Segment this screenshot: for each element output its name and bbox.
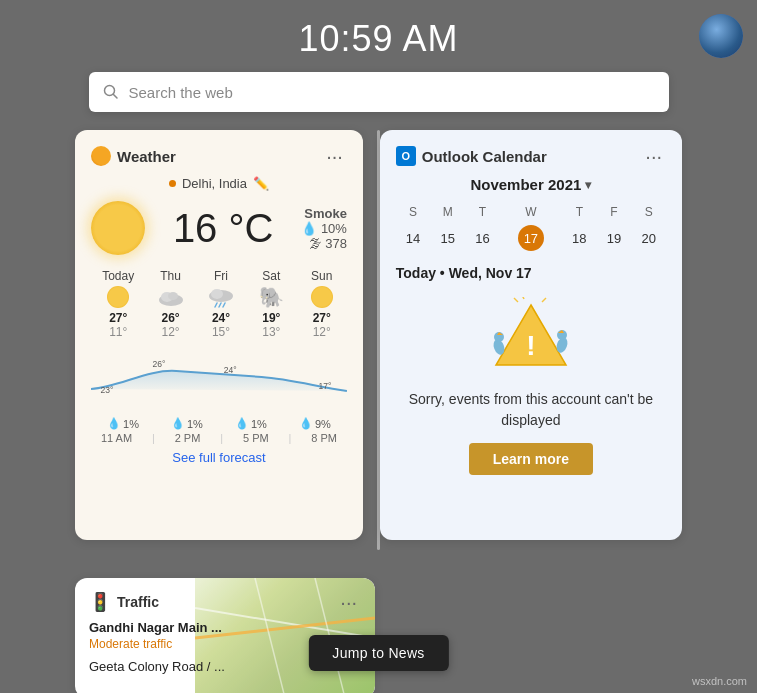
forecast-icon-0 (107, 286, 129, 308)
calendar-error-text: Sorry, events from this account can't be… (396, 389, 666, 431)
avatar[interactable] (699, 14, 743, 58)
day-label-2: Fri (214, 269, 228, 283)
search-placeholder: Search the web (129, 84, 233, 101)
svg-text:!: ! (526, 330, 535, 361)
precip-0: 1% (123, 418, 139, 430)
forecast-row: Today 27° 11° Thu 26° 1 (91, 269, 347, 339)
precip-row: 💧 1% 💧 1% 💧 1% 💧 9% (91, 417, 347, 430)
svg-text:26°: 26° (153, 359, 166, 369)
weather-card: Weather ··· Delhi, India ✏️ 16 °C Smoke … (75, 130, 363, 540)
cal-day-15[interactable]: 15 (430, 221, 465, 255)
cal-day-14[interactable]: 14 (396, 221, 431, 255)
cal-header-s2: S (631, 203, 666, 221)
cal-day-16[interactable]: 16 (465, 221, 500, 255)
traffic-light-icon: 🚦 (89, 591, 111, 613)
cal-header-w: W (500, 203, 562, 221)
svg-line-24 (542, 298, 546, 302)
location-dot-icon (169, 180, 176, 187)
svg-line-7 (215, 303, 217, 307)
weather-location: Delhi, India (182, 176, 247, 191)
cal-header-t1: T (465, 203, 500, 221)
traffic-road1: Gandhi Nagar Main ... (89, 620, 361, 635)
traffic-more-button[interactable]: ··· (336, 590, 361, 614)
cal-day-17[interactable]: 17 (500, 221, 562, 255)
weather-chart: 23° 26° 24° 17° (91, 349, 347, 409)
outlook-card: O Outlook Calendar ··· November 2021 ▾ S… (380, 130, 682, 540)
weather-logo-icon (91, 146, 111, 166)
calendar-grid: S M T W T F S 14 15 16 17 18 19 20 (396, 203, 666, 255)
outlook-title: Outlook Calendar (422, 148, 547, 165)
edit-location-icon[interactable]: ✏️ (253, 176, 269, 191)
precip-3: 9% (315, 418, 331, 430)
weather-title: Weather (117, 148, 176, 165)
svg-text:17°: 17° (318, 381, 331, 391)
day-label-4: Sun (311, 269, 332, 283)
svg-point-4 (168, 292, 178, 300)
cal-day-18[interactable]: 18 (562, 221, 597, 255)
month-chevron-icon[interactable]: ▾ (585, 178, 591, 192)
warning-illustration: ! (486, 297, 576, 377)
svg-text:23°: 23° (100, 385, 113, 395)
outlook-logo-icon: O (396, 146, 416, 166)
time-display: 10:59 AM (0, 0, 757, 72)
precip-1: 1% (187, 418, 203, 430)
day-label-0: Today (102, 269, 134, 283)
weather-more-button[interactable]: ··· (322, 144, 347, 168)
precip-2: 1% (251, 418, 267, 430)
forecast-icon-2 (207, 286, 235, 308)
smoke-rain: 💧 10% (301, 221, 347, 236)
svg-text:24°: 24° (224, 365, 237, 375)
svg-point-6 (211, 289, 223, 299)
traffic-status: Moderate traffic (89, 637, 361, 651)
search-icon (103, 84, 119, 100)
smoke-aqi: 🌫 378 (301, 236, 347, 251)
cal-header-t2: T (562, 203, 597, 221)
forecast-icon-1 (158, 288, 184, 306)
weather-sun-icon (91, 201, 145, 255)
cal-header-s1: S (396, 203, 431, 221)
calendar-month: November 2021 ▾ (396, 176, 666, 193)
cal-header-f: F (597, 203, 632, 221)
traffic-card: 🚦 Traffic ··· Gandhi Nagar Main ... Mode… (75, 578, 375, 693)
svg-line-1 (113, 95, 117, 99)
svg-line-22 (514, 298, 518, 302)
traffic-header: 🚦 Traffic ··· (89, 590, 361, 614)
svg-line-9 (223, 303, 225, 307)
day-label-1: Thu (160, 269, 181, 283)
svg-line-23 (522, 297, 524, 299)
cal-day-19[interactable]: 19 (597, 221, 632, 255)
forecast-icon-3: 🐘 (257, 286, 285, 308)
svg-line-8 (219, 303, 221, 307)
today-label: Today • Wed, Nov 17 (396, 265, 666, 281)
day-label-3: Sat (262, 269, 280, 283)
calendar-error-section: ! (396, 297, 666, 475)
watermark: wsxdn.com (692, 675, 747, 687)
traffic-road2: Geeta Colony Road / ... (89, 659, 361, 674)
traffic-title: Traffic (117, 594, 159, 610)
forecast-icon-4 (311, 286, 333, 308)
time-labels: 11 AM | 2 PM | 5 PM | 8 PM (91, 432, 347, 444)
see-forecast-link[interactable]: See full forecast (91, 450, 347, 465)
cal-day-20[interactable]: 20 (631, 221, 666, 255)
smoke-label: Smoke (301, 206, 347, 221)
traffic-content: Gandhi Nagar Main ... Moderate traffic G… (89, 620, 361, 674)
weather-temp: 16 °C (173, 206, 274, 251)
outlook-more-button[interactable]: ··· (641, 144, 666, 168)
search-bar[interactable]: Search the web (89, 72, 669, 112)
learn-more-button[interactable]: Learn more (469, 443, 593, 475)
cal-header-m: M (430, 203, 465, 221)
